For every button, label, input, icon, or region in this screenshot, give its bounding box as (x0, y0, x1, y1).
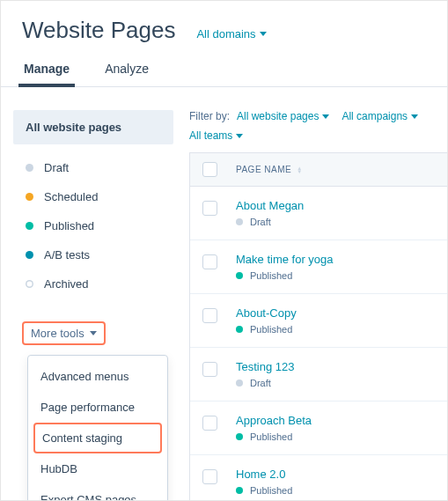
more-tools-label: More tools (31, 327, 84, 340)
table-row: Make time for yoga Published (190, 240, 447, 294)
status-dot-icon (236, 218, 243, 225)
caret-down-icon (322, 114, 329, 119)
status-label: Draft (250, 217, 271, 227)
row-checkbox[interactable] (202, 362, 217, 377)
sidebar-item-published[interactable]: Published (13, 211, 173, 240)
caret-down-icon (90, 331, 97, 335)
dropdown-item-content-staging[interactable]: Content staging (33, 423, 162, 453)
status-label: Published (250, 485, 292, 496)
status-dot-icon (236, 487, 243, 494)
row-checkbox[interactable] (202, 201, 217, 216)
status-label: Published (250, 324, 292, 335)
all-domains-dropdown[interactable]: All domains (196, 27, 266, 41)
sidebar-item-label: Published (44, 219, 94, 232)
dropdown-item-advanced-menus[interactable]: Advanced menus (28, 361, 167, 392)
row-checkbox[interactable] (202, 469, 217, 484)
dropdown-item-export-cms[interactable]: Export CMS pages (28, 484, 167, 501)
status-badge: Draft (236, 217, 304, 227)
main-content: Filter by: All website pages All campaig… (186, 110, 447, 501)
column-header-page-name[interactable]: PAGE NAME ▲▼ (236, 165, 303, 174)
status-badge: Published (236, 270, 334, 281)
sidebar-item-label: Archived (44, 277, 89, 291)
page-link[interactable]: Make time for yoga (236, 253, 334, 266)
sort-icon: ▲▼ (297, 166, 302, 173)
filter-label: All campaigns (342, 110, 408, 122)
filter-pages[interactable]: All website pages (237, 110, 329, 122)
filter-label: All website pages (237, 110, 319, 122)
status-dot-icon (26, 280, 33, 288)
sidebar-item-label: A/B tests (44, 248, 90, 262)
row-checkbox[interactable] (202, 416, 217, 431)
status-dot-icon (26, 222, 33, 230)
pages-table: PAGE NAME ▲▼ About Megan Draft (189, 152, 447, 501)
page-link[interactable]: Approach Beta (236, 414, 312, 427)
filter-teams[interactable]: All teams (189, 129, 243, 142)
filter-campaigns[interactable]: All campaigns (342, 110, 418, 122)
filter-by-label: Filter by: (189, 110, 230, 122)
more-tools-button[interactable]: More tools (22, 321, 106, 345)
page-link[interactable]: Home 2.0 (236, 468, 292, 481)
filters: Filter by: All website pages All campaig… (189, 110, 447, 142)
sidebar: All website pages Draft Scheduled Publis… (1, 110, 186, 501)
tab-analyze[interactable]: Analyze (103, 51, 151, 86)
status-label: Published (250, 270, 292, 281)
status-dot-icon (236, 433, 243, 440)
caret-down-icon (260, 32, 267, 36)
caret-down-icon (236, 134, 243, 138)
status-badge: Published (236, 324, 297, 335)
status-dot-icon (236, 326, 243, 333)
sidebar-item-archived[interactable]: Archived (13, 269, 173, 298)
status-dot-icon (236, 379, 243, 387)
status-label: Published (250, 431, 292, 442)
status-label: Draft (250, 378, 271, 388)
sidebar-item-scheduled[interactable]: Scheduled (13, 182, 173, 211)
status-badge: Draft (236, 378, 295, 388)
page-link[interactable]: About-Copy (236, 306, 297, 320)
status-dot-icon (236, 272, 243, 279)
status-dot-icon (26, 164, 33, 172)
sidebar-item-label: Draft (44, 161, 69, 174)
status-badge: Published (236, 431, 312, 442)
table-row: About Megan Draft (190, 187, 447, 240)
more-tools-dropdown: Advanced menus Page performance Content … (27, 355, 168, 501)
table-header: PAGE NAME ▲▼ (190, 153, 447, 187)
sidebar-item-all[interactable]: All website pages (13, 110, 173, 144)
caret-down-icon (411, 114, 418, 119)
sidebar-item-label: Scheduled (44, 190, 98, 203)
row-checkbox[interactable] (202, 254, 217, 269)
status-dot-icon (26, 193, 33, 201)
table-row: Approach Beta Published (190, 402, 447, 455)
dropdown-item-page-performance[interactable]: Page performance (28, 392, 167, 423)
filter-label: All teams (189, 129, 232, 142)
column-header-label: PAGE NAME (236, 165, 291, 174)
table-row: Testing 123 Draft (190, 348, 447, 402)
status-badge: Published (236, 485, 292, 496)
status-dot-icon (26, 251, 33, 259)
table-row: About-Copy Published (190, 294, 447, 348)
table-row: Home 2.0 Published (190, 455, 447, 501)
tabs: Manage Analyze (1, 51, 447, 87)
page-link[interactable]: About Megan (236, 199, 304, 212)
row-checkbox[interactable] (202, 308, 217, 323)
sidebar-item-ab-tests[interactable]: A/B tests (13, 240, 173, 269)
tab-manage[interactable]: Manage (22, 51, 71, 86)
select-all-checkbox[interactable] (202, 162, 217, 177)
dropdown-item-hubdb[interactable]: HubDB (28, 453, 167, 484)
sidebar-item-draft[interactable]: Draft (13, 153, 173, 182)
all-domains-label: All domains (196, 27, 255, 41)
page-title: Website Pages (22, 17, 175, 44)
page-link[interactable]: Testing 123 (236, 360, 295, 373)
